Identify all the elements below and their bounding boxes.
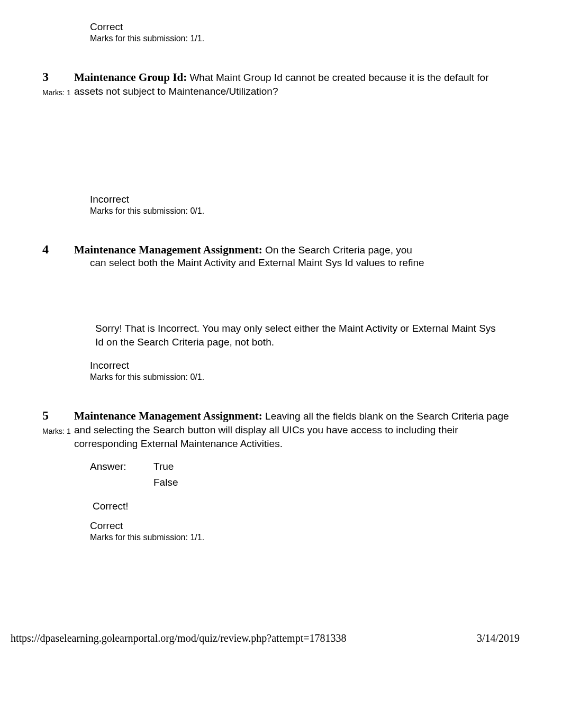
feedback-text: Sorry! That is Incorrect. You may only s… (95, 322, 498, 349)
question-2-footer: Correct Marks for this submission: 1/1. (42, 21, 520, 43)
answer-option-false[interactable]: False (153, 477, 178, 488)
page-content: Correct Marks for this submission: 1/1. … (0, 0, 562, 590)
question-text: Maintenance Management Assignment: Leavi… (74, 408, 520, 451)
question-number: 3 (42, 70, 74, 84)
status-text: Correct (90, 21, 520, 33)
status-text: Incorrect (90, 194, 520, 205)
answer-label: Answer: (90, 461, 153, 472)
question-body: On the Search Criteria page, you (262, 244, 412, 256)
question-title: Maintenance Management Assignment: (74, 243, 262, 256)
status-text: Correct (90, 520, 520, 532)
spacer (42, 98, 520, 194)
question-number: 5 (42, 408, 74, 423)
question-title: Maintenance Group Id: (74, 71, 187, 84)
question-left-column: 5 Marks: 1 (42, 408, 74, 435)
footer-url: https://dpaselearning.golearnportal.org/… (11, 632, 346, 644)
spacer (42, 512, 520, 520)
question-3: 3 Marks: 1 Maintenance Group Id: What Ma… (42, 70, 520, 216)
question-5: 5 Marks: 1 Maintenance Management Assign… (42, 408, 520, 543)
question-number: 4 (42, 242, 74, 257)
marks-label: Marks: 1 (42, 427, 74, 435)
question-text: Maintenance Group Id: What Maint Group I… (74, 70, 520, 98)
question-left-column: 4 (42, 242, 74, 257)
question-header: 5 Marks: 1 Maintenance Management Assign… (42, 408, 520, 451)
marks-submission: Marks for this submission: 1/1. (90, 533, 520, 542)
question-header: 4 Maintenance Management Assignment: On … (42, 242, 520, 257)
feedback-text: Correct! (93, 501, 520, 512)
answer-row: Answer: True False (90, 461, 520, 493)
question-title: Maintenance Management Assignment: (74, 410, 262, 422)
answer-options: True False (153, 461, 178, 493)
spacer (42, 269, 520, 322)
question-header: 3 Marks: 1 Maintenance Group Id: What Ma… (42, 70, 520, 98)
question-left-column: 3 Marks: 1 (42, 70, 74, 97)
question-4: 4 Maintenance Management Assignment: On … (42, 242, 520, 382)
marks-submission: Marks for this submission: 1/1. (90, 34, 520, 43)
question-text: Maintenance Management Assignment: On th… (74, 242, 520, 257)
page-footer: https://dpaselearning.golearnportal.org/… (0, 622, 562, 650)
answer-option-true[interactable]: True (153, 461, 178, 472)
marks-label: Marks: 1 (42, 88, 74, 97)
footer-date: 3/14/2019 (477, 632, 520, 644)
marks-submission: Marks for this submission: 0/1. (90, 206, 520, 216)
marks-submission: Marks for this submission: 0/1. (90, 372, 520, 382)
truncated-line: can select both the Maint Activity and E… (90, 257, 520, 269)
status-text: Incorrect (90, 360, 520, 371)
spacer (42, 349, 520, 360)
